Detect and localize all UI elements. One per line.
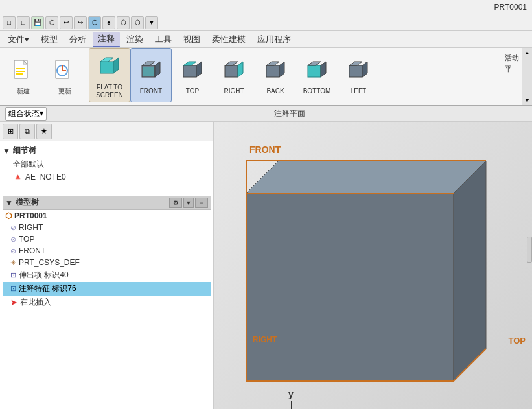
lt-star[interactable]: ★ [36, 124, 52, 139]
svg-marker-12 [155, 62, 160, 77]
ribbon-front[interactable]: FRONT [130, 48, 172, 102]
qa-btn7[interactable]: ⬡ [131, 16, 144, 29]
quickaccess-toolbar: □ □ 💾 ⬡ ↩ ↪ ⬡ ♠ ⬡ ⬡ ▼ [0, 14, 532, 31]
note-feature-label: 注释特征 标识76 [19, 283, 76, 294]
model-tree-top[interactable]: ⊘ TOP [3, 233, 211, 245]
model-tree-note[interactable]: ⊡ 注释特征 标识76 [3, 282, 211, 296]
menu-analysis[interactable]: 分析 [64, 32, 91, 47]
menu-annotation[interactable]: 注释 [93, 32, 120, 47]
svg-marker-24 [308, 62, 321, 65]
root-label: PRT0001 [14, 211, 47, 220]
default-label: 全部默认 [13, 159, 44, 170]
insert-label: 在此插入 [20, 297, 51, 308]
menu-tools[interactable]: 工具 [150, 32, 177, 47]
ribbon-left[interactable]: LEFT [338, 48, 379, 102]
svg-rect-4 [16, 73, 23, 75]
qa-open[interactable]: □ [17, 16, 30, 29]
model-tree-insert[interactable]: ➤ 在此插入 [3, 296, 211, 309]
left-toolbar: ⊞ ⧉ ★ [0, 122, 213, 141]
plane-icon-front: ⊘ [10, 247, 16, 255]
active-label: 活动 [505, 53, 519, 63]
model-tree-extrude[interactable]: ⊡ 伸出项 标识40 [3, 268, 211, 282]
resize-handle[interactable] [527, 237, 532, 263]
model-tree-csys[interactable]: ✳ PRT_CSYS_DEF [3, 257, 211, 268]
note-icon: 🔺 [13, 172, 23, 181]
menu-flexible[interactable]: 柔性建模 [207, 32, 251, 47]
qa-btn6[interactable]: ⬡ [117, 16, 130, 29]
ribbon-flat-to-screen[interactable]: FLAT TO SCREEN [89, 48, 130, 102]
svg-marker-19 [238, 62, 243, 77]
plane-icon-right: ⊘ [10, 224, 16, 232]
ribbon-right-label: RIGHT [224, 88, 244, 95]
svg-marker-27 [349, 62, 362, 65]
ribbon-scroll: ▲ ▼ [522, 48, 532, 105]
menu-apps[interactable]: 应用程序 [252, 32, 296, 47]
svg-marker-21 [266, 62, 279, 65]
qa-undo[interactable]: ↩ [60, 16, 73, 29]
model-tree-btn1[interactable]: ⚙ [169, 198, 182, 208]
model-tree-root[interactable]: ⬡ PRT0001 [3, 210, 211, 222]
right-label: RIGHT [19, 223, 43, 232]
viewport[interactable]: y x z FRONT TOP RIGHT [214, 122, 532, 409]
svg-marker-11 [142, 62, 155, 65]
ribbon-scroll-down[interactable]: ▼ [522, 96, 532, 105]
face-right [454, 161, 486, 381]
detail-tree: ▼ 细节树 全部默认 🔺 AE_NOTE0 [0, 141, 213, 193]
top-icon [177, 55, 208, 86]
ribbon-bottom[interactable]: BOTTOM [296, 48, 338, 102]
left-panel: ⊞ ⧉ ★ ▼ 细节树 全部默认 🔺 AE_NOTE0 ▼ 模型树 [0, 122, 214, 409]
front-icon [135, 55, 167, 86]
qa-save[interactable]: 💾 [31, 16, 44, 29]
title: PRT0001 [494, 3, 527, 12]
group-state-dropdown[interactable]: 组合状态▾ [5, 107, 47, 121]
plane-icon-top: ⊘ [10, 235, 16, 244]
svg-rect-13 [143, 67, 154, 76]
new-icon [8, 55, 39, 86]
update-icon [49, 55, 80, 86]
ribbon-back[interactable]: BACK [255, 48, 296, 102]
ribbon-update[interactable]: 更新 [44, 48, 86, 102]
y-axis-label: y [288, 389, 294, 399]
lt-layers[interactable]: ⧉ [19, 124, 35, 139]
svg-marker-25 [321, 62, 326, 77]
ribbon-right[interactable]: RIGHT [213, 48, 255, 102]
model-tree-btn3[interactable]: ≡ [195, 198, 208, 208]
detail-tree-chevron[interactable]: ▼ [3, 146, 10, 156]
menu-render[interactable]: 渲染 [121, 32, 148, 47]
detail-tree-default[interactable]: 全部默认 [3, 158, 211, 171]
qa-btn3[interactable]: ⬡ [45, 16, 58, 29]
qa-redo[interactable]: ↪ [74, 16, 87, 29]
svg-marker-28 [362, 62, 367, 77]
svg-rect-7 [100, 62, 113, 73]
lt-grid[interactable]: ⊞ [3, 124, 18, 139]
svg-rect-17 [225, 65, 238, 77]
3d-model-svg: y x z [214, 122, 532, 409]
qa-new[interactable]: □ [3, 16, 16, 29]
csys-label: PRT_CSYS_DEF [19, 258, 80, 267]
svg-marker-18 [225, 62, 238, 65]
ribbon-scroll-up[interactable]: ▲ [522, 48, 532, 57]
extrude-icon: ⊡ [10, 271, 16, 279]
model-tree: ▼ 模型树 ⚙ ▼ ≡ ⬡ PRT0001 ⊘ RIGHT [0, 193, 213, 409]
menu-model[interactable]: 模型 [36, 32, 63, 47]
detail-tree-item-0[interactable]: 🔺 AE_NOTE0 [3, 171, 211, 183]
face-top [246, 161, 486, 193]
titlebar: PRT0001 [0, 0, 532, 14]
model-tree-btn2[interactable]: ▼ [183, 198, 194, 208]
left-icon [343, 55, 374, 86]
svg-rect-26 [349, 65, 362, 77]
svg-rect-14 [183, 65, 196, 77]
model-tree-right[interactable]: ⊘ RIGHT [3, 222, 211, 233]
svg-rect-3 [16, 71, 25, 72]
qa-dropdown[interactable]: ▼ [145, 16, 158, 29]
plane-label: 平 [505, 64, 519, 74]
model-tree-chevron[interactable]: ▼ [5, 198, 13, 207]
ribbon-new[interactable]: 新建 [3, 48, 44, 102]
menu-file[interactable]: 文件▾ [3, 32, 34, 47]
svg-marker-22 [279, 62, 284, 77]
qa-btn5[interactable]: ♠ [102, 16, 115, 29]
menu-view[interactable]: 视图 [178, 32, 205, 47]
qa-btn4[interactable]: ⬡ [88, 16, 101, 29]
model-tree-front[interactable]: ⊘ FRONT [3, 245, 211, 257]
ribbon-top[interactable]: TOP [172, 48, 213, 102]
